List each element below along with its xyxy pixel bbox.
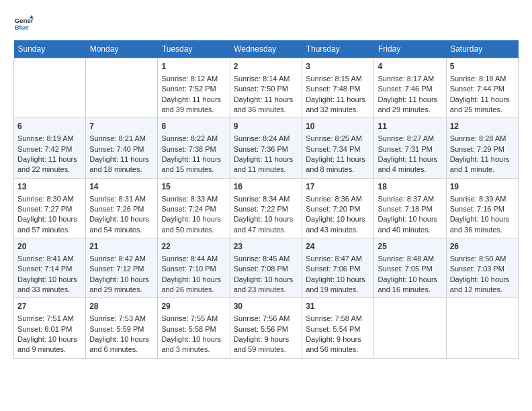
page-header: General Blue: [13, 13, 519, 34]
daylight-text: Daylight: 10 hours and 54 minutes.: [89, 215, 149, 233]
daylight-text: Daylight: 10 hours and 9 minutes.: [17, 335, 77, 353]
sunset-text: Sunset: 7:14 PM: [17, 265, 72, 273]
sunset-text: Sunset: 7:16 PM: [450, 205, 504, 213]
daylight-text: Daylight: 10 hours and 36 minutes.: [450, 215, 510, 233]
day-number: 26: [450, 241, 515, 253]
daylight-text: Daylight: 11 hours and 8 minutes.: [306, 155, 365, 173]
daylight-text: Daylight: 11 hours and 36 minutes.: [234, 95, 294, 113]
day-number: 23: [234, 241, 299, 253]
day-number: 15: [161, 181, 226, 193]
day-number: 29: [161, 301, 226, 312]
daylight-text: Daylight: 11 hours and 32 minutes.: [306, 95, 365, 113]
sunrise-text: Sunrise: 8:36 AM: [306, 195, 362, 203]
calendar-week-4: 20Sunrise: 8:41 AMSunset: 7:14 PMDayligh…: [14, 238, 519, 298]
daylight-text: Daylight: 11 hours and 4 minutes.: [378, 155, 437, 173]
sunrise-text: Sunrise: 8:27 AM: [378, 134, 434, 142]
day-number: 17: [306, 181, 370, 193]
daylight-text: Daylight: 10 hours and 12 minutes.: [450, 275, 510, 293]
day-number: 20: [17, 241, 82, 253]
calendar-cell: 12Sunrise: 8:28 AMSunset: 7:29 PMDayligh…: [446, 118, 518, 178]
sunrise-text: Sunrise: 8:50 AM: [450, 255, 506, 263]
daylight-text: Daylight: 11 hours and 1 minute.: [450, 155, 510, 173]
day-header-wednesday: Wednesday: [230, 40, 302, 58]
sunset-text: Sunset: 7:46 PM: [378, 85, 432, 93]
daylight-text: Daylight: 10 hours and 40 minutes.: [378, 215, 437, 233]
day-header-monday: Monday: [86, 40, 158, 58]
logo-icon: General Blue: [13, 13, 34, 34]
sunset-text: Sunset: 7:05 PM: [378, 265, 432, 273]
sunset-text: Sunset: 6:01 PM: [17, 325, 72, 333]
day-number: 25: [378, 241, 442, 253]
day-number: 19: [450, 181, 515, 193]
calendar-cell: 27Sunrise: 7:51 AMSunset: 6:01 PMDayligh…: [14, 298, 86, 358]
calendar-cell: 16Sunrise: 8:34 AMSunset: 7:22 PMDayligh…: [230, 178, 302, 238]
day-number: 16: [234, 181, 299, 193]
sunset-text: Sunset: 7:03 PM: [450, 265, 504, 273]
sunset-text: Sunset: 5:59 PM: [89, 325, 144, 333]
sunrise-text: Sunrise: 7:55 AM: [161, 314, 218, 322]
calendar-cell: 13Sunrise: 8:30 AMSunset: 7:27 PMDayligh…: [14, 178, 86, 238]
calendar-cell: 25Sunrise: 8:48 AMSunset: 7:05 PMDayligh…: [374, 238, 446, 298]
sunrise-text: Sunrise: 8:14 AM: [234, 75, 290, 83]
sunset-text: Sunset: 7:29 PM: [450, 145, 504, 153]
sunset-text: Sunset: 7:20 PM: [306, 205, 360, 213]
day-number: 14: [89, 181, 154, 193]
sunset-text: Sunset: 7:52 PM: [161, 85, 216, 93]
calendar-cell: 7Sunrise: 8:21 AMSunset: 7:40 PMDaylight…: [86, 118, 158, 178]
sunset-text: Sunset: 5:58 PM: [161, 325, 216, 333]
calendar-cell: 19Sunrise: 8:39 AMSunset: 7:16 PMDayligh…: [446, 178, 518, 238]
calendar-table: SundayMondayTuesdayWednesdayThursdayFrid…: [13, 40, 519, 359]
calendar-week-3: 13Sunrise: 8:30 AMSunset: 7:27 PMDayligh…: [14, 178, 519, 238]
sunrise-text: Sunrise: 8:45 AM: [234, 255, 290, 263]
daylight-text: Daylight: 9 hours and 56 minutes.: [306, 335, 361, 353]
sunrise-text: Sunrise: 8:21 AM: [89, 134, 146, 142]
calendar-cell: 20Sunrise: 8:41 AMSunset: 7:14 PMDayligh…: [14, 238, 86, 298]
sunrise-text: Sunrise: 8:47 AM: [306, 255, 362, 263]
daylight-text: Daylight: 10 hours and 43 minutes.: [306, 215, 365, 233]
sunset-text: Sunset: 7:24 PM: [161, 205, 216, 213]
sunrise-text: Sunrise: 8:22 AM: [161, 134, 218, 142]
sunset-text: Sunset: 7:40 PM: [89, 145, 144, 153]
calendar-week-5: 27Sunrise: 7:51 AMSunset: 6:01 PMDayligh…: [14, 298, 519, 358]
sunrise-text: Sunrise: 8:42 AM: [89, 255, 146, 263]
calendar-cell: 11Sunrise: 8:27 AMSunset: 7:31 PMDayligh…: [374, 118, 446, 178]
calendar-cell: 31Sunrise: 7:58 AMSunset: 5:54 PMDayligh…: [302, 298, 374, 358]
day-number: 21: [89, 241, 154, 253]
sunset-text: Sunset: 7:10 PM: [161, 265, 216, 273]
daylight-text: Daylight: 11 hours and 39 minutes.: [161, 95, 221, 113]
calendar-cell: [374, 298, 446, 358]
daylight-text: Daylight: 10 hours and 47 minutes.: [234, 215, 294, 233]
daylight-text: Daylight: 11 hours and 29 minutes.: [378, 95, 437, 113]
daylight-text: Daylight: 10 hours and 50 minutes.: [161, 215, 221, 233]
calendar-cell: 4Sunrise: 8:17 AMSunset: 7:46 PMDaylight…: [374, 58, 446, 118]
day-number: 27: [17, 301, 82, 312]
sunset-text: Sunset: 7:38 PM: [161, 145, 216, 153]
calendar-cell: 2Sunrise: 8:14 AMSunset: 7:50 PMDaylight…: [230, 58, 302, 118]
sunrise-text: Sunrise: 8:34 AM: [234, 195, 290, 203]
daylight-text: Daylight: 11 hours and 18 minutes.: [89, 155, 149, 173]
daylight-text: Daylight: 10 hours and 3 minutes.: [161, 335, 221, 353]
day-number: 5: [450, 61, 515, 73]
daylight-text: Daylight: 11 hours and 11 minutes.: [234, 155, 294, 173]
sunset-text: Sunset: 7:48 PM: [306, 85, 360, 93]
daylight-text: Daylight: 11 hours and 25 minutes.: [450, 95, 510, 113]
day-number: 12: [450, 121, 515, 132]
sunrise-text: Sunrise: 8:17 AM: [378, 75, 434, 83]
sunrise-text: Sunrise: 8:18 AM: [450, 75, 506, 83]
calendar-week-2: 6Sunrise: 8:19 AMSunset: 7:42 PMDaylight…: [14, 118, 519, 178]
calendar-cell: 23Sunrise: 8:45 AMSunset: 7:08 PMDayligh…: [230, 238, 302, 298]
sunrise-text: Sunrise: 8:24 AM: [234, 134, 290, 142]
day-number: 9: [234, 121, 299, 132]
daylight-text: Daylight: 9 hours and 59 minutes.: [234, 335, 290, 353]
sunset-text: Sunset: 7:44 PM: [450, 85, 504, 93]
daylight-text: Daylight: 10 hours and 26 minutes.: [161, 275, 221, 293]
calendar-cell: 15Sunrise: 8:33 AMSunset: 7:24 PMDayligh…: [158, 178, 230, 238]
day-number: 10: [306, 121, 370, 132]
calendar-cell: 30Sunrise: 7:56 AMSunset: 5:56 PMDayligh…: [230, 298, 302, 358]
calendar-cell: 26Sunrise: 8:50 AMSunset: 7:03 PMDayligh…: [446, 238, 518, 298]
calendar-cell: 24Sunrise: 8:47 AMSunset: 7:06 PMDayligh…: [302, 238, 374, 298]
calendar-cell: 28Sunrise: 7:53 AMSunset: 5:59 PMDayligh…: [86, 298, 158, 358]
sunrise-text: Sunrise: 8:31 AM: [89, 195, 146, 203]
header-row: SundayMondayTuesdayWednesdayThursdayFrid…: [14, 40, 519, 58]
sunrise-text: Sunrise: 8:30 AM: [17, 195, 74, 203]
